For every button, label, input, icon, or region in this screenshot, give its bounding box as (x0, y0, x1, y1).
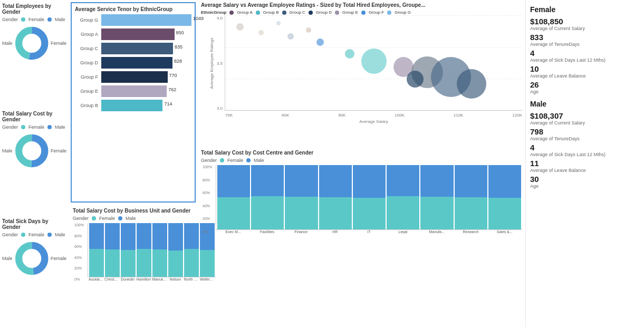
business-male-dot (118, 216, 122, 220)
bar-fill (101, 71, 168, 83)
male-leave-item: 11 Average of Leave Balance (530, 159, 640, 173)
dashboard: Total Employees by Gender Gender Female … (0, 0, 644, 327)
female-segment (420, 197, 453, 229)
female-dot-1 (21, 17, 25, 22)
male-salary-item: $108,307 Average of Current Salary (530, 111, 640, 126)
female-sick-label: Average of Sick Days Last 12 Mths) (530, 57, 640, 63)
salary-legend-label: Gender (2, 124, 18, 130)
sick-chart-title: Total Sick Days by Gender (2, 218, 66, 230)
male-dot-2 (47, 125, 52, 129)
female-dot-2 (21, 125, 25, 129)
employees-donut-wrapper: Male Female (2, 25, 66, 61)
male-dot-1 (47, 17, 52, 22)
x-label: Auckland (89, 277, 103, 281)
stacked-bar-group (105, 223, 120, 277)
scatter-bubble (316, 39, 324, 46)
group-e-label: Group E (342, 10, 358, 15)
y-tick: 40% (74, 256, 86, 259)
y-tick: 4.0 (217, 16, 223, 21)
stacked-bar-group (420, 165, 453, 229)
female-segment (168, 251, 183, 277)
scatter-bubble (276, 21, 281, 25)
scatter-x-label: Average Salary (359, 119, 388, 124)
female-leave-item: 10 Average of Leave Balance (530, 64, 640, 79)
bar-value: 762 (168, 87, 176, 92)
female-segment (455, 197, 487, 229)
male-label-1: Male (55, 17, 65, 22)
male-tenure-label: Average of TenureDays (530, 136, 640, 141)
y-tick: 20% (74, 266, 86, 270)
male-sick-value: 4 (530, 143, 640, 152)
female-segment (217, 197, 250, 229)
stacked-bar-group (285, 165, 318, 229)
y-tick: 60% (74, 245, 86, 248)
stacked-bar-group (353, 165, 386, 229)
male-label-donut-3: Male (2, 256, 13, 261)
bar-value: 835 (175, 44, 182, 50)
bar-row: Group F 770 (75, 71, 191, 83)
x-label: Dunedin (120, 277, 135, 281)
male-segment (217, 165, 250, 197)
female-segment (251, 196, 284, 229)
bar-row: Group A 850 (75, 28, 191, 40)
sick-by-gender-section: Total Sick Days by Gender Gender Female … (2, 218, 66, 324)
male-segment (319, 165, 352, 197)
female-dot-3 (21, 233, 25, 237)
scatter-title: Average Salary vs Average Employee Ratin… (201, 2, 522, 8)
female-segment (319, 197, 352, 229)
male-segment (488, 165, 521, 198)
group-d-label: Group D (316, 10, 332, 15)
bar-value: 828 (174, 59, 182, 64)
cost-centre-panel: Total Salary Cost by Cost Centre and Gen… (201, 150, 522, 325)
x-tick: 100K (395, 113, 405, 118)
cost-male-dot (246, 158, 251, 162)
group-e-dot (335, 11, 339, 15)
female-segment (488, 198, 521, 229)
female-segment (121, 250, 136, 277)
scatter-bubble (287, 33, 294, 40)
male-tenure-item: 798 Average of TenureDays (530, 127, 640, 141)
x-tick: 120K (512, 113, 522, 118)
bar-chart-column: Average Service Tenor by EthnicGroup Gro… (69, 0, 198, 327)
female-sick-value: 4 (530, 49, 640, 57)
x-tick: 70K (225, 113, 233, 118)
y-tick: 80% (74, 234, 86, 238)
business-unit-title: Total Salary Cost by Business Unit and G… (73, 208, 194, 214)
male-leave-value: 11 (530, 159, 640, 168)
employees-chart-title: Total Employees by Gender (2, 3, 66, 15)
male-segment (168, 223, 183, 251)
cost-legend-label: Gender (201, 158, 217, 163)
bars-row (216, 165, 522, 230)
stacked-bar-group (152, 223, 167, 277)
female-label-3: Female (28, 232, 44, 237)
female-segment (285, 197, 318, 229)
x-ticks: 70K80K90K100K110K120K (225, 113, 522, 118)
stacked-bar-group (137, 223, 151, 277)
scatter-legend: EthnicGroup Group A Group B Group C Grou… (201, 10, 522, 15)
bar-value: 850 (176, 30, 184, 35)
bar-fill (101, 43, 173, 54)
female-leave-label: Average of Leave Balance (530, 73, 640, 79)
scatter-bubble (258, 30, 264, 35)
employees-legend-label: Gender (2, 17, 18, 22)
female-stats-section: Female $108,850 Average of Current Salar… (530, 5, 640, 94)
female-salary-item: $108,850 Average of Current Salary (530, 17, 640, 31)
cost-centre-title: Total Salary Cost by Cost Centre and Gen… (201, 150, 522, 156)
y-tick: 80% (203, 178, 214, 182)
female-salary-value: $108,850 (530, 17, 640, 26)
male-stats-section: Male $108,307 Average of Current Salary … (530, 100, 640, 189)
group-c-dot (282, 11, 286, 15)
bar-label: Group E (75, 89, 101, 94)
group-g-label: Group G (395, 10, 411, 15)
scatter-legend-title: EthnicGroup (201, 10, 226, 15)
scatter-bubble (306, 27, 311, 33)
x-label: IT (352, 230, 385, 234)
female-segment (184, 249, 199, 277)
salary-legend: Gender Female Male (2, 124, 66, 130)
cost-centre-legend: Gender Female Male (201, 158, 522, 163)
female-label-2: Female (28, 124, 44, 130)
bar-label: Group D (75, 60, 101, 65)
x-label: Nelson (168, 277, 182, 281)
female-label-donut-2: Female (51, 148, 66, 153)
male-segment (285, 165, 318, 197)
